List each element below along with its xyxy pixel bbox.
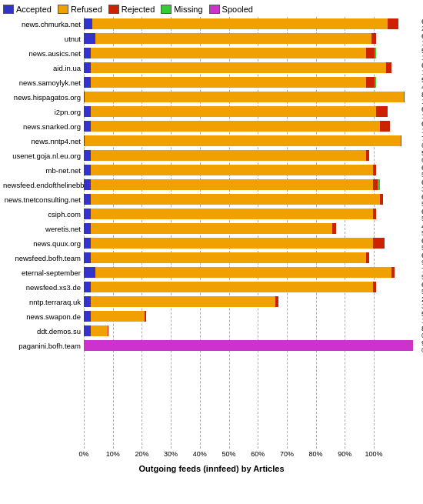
bar-track: 5460128 bbox=[84, 48, 420, 58]
bar-label: newsfeed.bofh.team bbox=[3, 254, 84, 262]
bar-row: news.snarked.org641314 bbox=[3, 119, 420, 133]
bar-segment-rejected bbox=[391, 267, 395, 278]
bar-row: news.nntp4.net79876 bbox=[3, 134, 420, 148]
bar-track: 890 bbox=[84, 325, 420, 336]
bar-label: paganini.bofh.team bbox=[3, 342, 84, 350]
bar-segment-rejected bbox=[366, 77, 375, 88]
bar-track: 91710 bbox=[84, 340, 420, 351]
bar-segment-rejected bbox=[386, 62, 391, 73]
bar-track: 6528100 bbox=[84, 62, 420, 73]
bar-row: news.samoylyk.net545842 bbox=[3, 75, 420, 89]
bar-segment-refused bbox=[91, 62, 387, 73]
legend: AcceptedRefusedRejectedMissingSpooled bbox=[3, 5, 420, 14]
bar-row: mb-net.net63425 bbox=[3, 163, 420, 177]
bar-row: news.chmurka.net63762860 bbox=[3, 17, 420, 31]
bar-segment-accepted bbox=[84, 150, 91, 161]
bar-segment-refused bbox=[91, 311, 145, 322]
bar-segment-accepted bbox=[84, 179, 91, 190]
bar-label: utnut bbox=[3, 35, 84, 43]
x-axis: 0%10%20%30%40%50%60%70%80%90%100% bbox=[84, 450, 374, 461]
chart-title: Outgoing feeds (innfeed) by Articles bbox=[3, 464, 420, 473]
bar-track: 804616 bbox=[84, 92, 420, 102]
x-label-1: 10% bbox=[106, 450, 120, 458]
bar-row: news.ausics.net5460128 bbox=[3, 46, 420, 60]
bar-label: news.samoylyk.net bbox=[3, 78, 84, 87]
bar-track: 63762860 bbox=[84, 18, 420, 29]
bar-segment-rejected bbox=[380, 194, 383, 205]
bar-label: newsfeed.endofthelinebbs.com bbox=[3, 181, 84, 189]
bar-segment-rejected bbox=[366, 252, 369, 263]
bar-segment-refused bbox=[95, 33, 371, 44]
bar-segment-rejected bbox=[108, 325, 108, 336]
legend-color-missing bbox=[161, 5, 172, 14]
bar-segment-refused bbox=[91, 150, 366, 161]
bar-segment-missing bbox=[378, 179, 379, 190]
bar-label: news.nntp4.net bbox=[3, 137, 84, 145]
bar-segment-rejected bbox=[373, 209, 376, 219]
legend-color-refused bbox=[58, 5, 68, 14]
bar-segment-accepted bbox=[84, 106, 91, 117]
bar-segment-accepted bbox=[84, 325, 91, 336]
bar-segment-refused bbox=[85, 135, 401, 146]
bar-track: 29113 bbox=[84, 296, 420, 307]
bar-segment-refused bbox=[92, 18, 388, 29]
bar-row: ddt.demos.su890 bbox=[3, 324, 420, 338]
x-label-10: 100% bbox=[365, 450, 382, 458]
bar-label: news.hispagatos.org bbox=[3, 93, 84, 102]
bar-segment-accepted bbox=[84, 77, 91, 88]
bar-segment-rejected bbox=[380, 121, 390, 132]
bar-segment-rejected bbox=[332, 223, 335, 234]
legend-item-accepted: Accepted bbox=[3, 5, 52, 14]
bar-label: ddt.demos.su bbox=[3, 327, 84, 335]
bar-segment-accepted bbox=[84, 223, 91, 234]
bar-row: i2pn.org633715 bbox=[3, 105, 420, 118]
bar-segment-rejected bbox=[366, 150, 369, 161]
bar-label: aid.in.ua bbox=[3, 64, 84, 72]
bar-segment-rejected bbox=[371, 33, 377, 44]
bar-row: usenet.goja.nl.eu.org59146 bbox=[3, 149, 420, 162]
x-label-5: 50% bbox=[221, 450, 235, 458]
bar-label: usenet.goja.nl.eu.org bbox=[3, 152, 84, 160]
bar-row: utnut65281086 bbox=[3, 32, 420, 45]
bar-track: 641314 bbox=[84, 121, 420, 132]
bar-segment-refused bbox=[91, 223, 333, 234]
bar-segment-accepted bbox=[84, 282, 91, 292]
bar-label: news.ausics.net bbox=[3, 49, 84, 58]
x-label-2: 20% bbox=[135, 450, 148, 458]
bar-segment-accepted bbox=[84, 33, 95, 44]
bar-segment-refused bbox=[91, 48, 366, 58]
bar-row: csiph.com65125 bbox=[3, 207, 420, 221]
x-label-3: 30% bbox=[164, 450, 178, 458]
bar-segment-rejected bbox=[145, 311, 146, 322]
bar-row: aid.in.ua6528100 bbox=[3, 61, 420, 75]
bar-segment-rejected bbox=[366, 48, 375, 58]
bar-segment-spooled bbox=[84, 340, 413, 351]
bar-row: nntp.terraraq.uk29113 bbox=[3, 295, 420, 309]
chart-container: AcceptedRefusedRejectedMissingSpooled ne… bbox=[0, 0, 423, 504]
bar-label: news.swapon.de bbox=[3, 312, 84, 321]
bar-label: nntp.terraraq.uk bbox=[3, 298, 84, 306]
bar-label: i2pn.org bbox=[3, 108, 84, 116]
bar-label: eternal-september bbox=[3, 269, 84, 277]
bar-segment-accepted bbox=[84, 48, 91, 58]
bar-track: 79876 bbox=[84, 135, 420, 146]
legend-item-refused: Refused bbox=[58, 5, 102, 14]
bar-label: csiph.com bbox=[3, 210, 84, 219]
bar-segment-accepted bbox=[84, 62, 91, 73]
bar-label: news.chmurka.net bbox=[3, 20, 84, 28]
x-label-9: 90% bbox=[338, 450, 351, 458]
bar-segment-refused bbox=[91, 282, 373, 292]
legend-label-refused: Refused bbox=[71, 5, 102, 14]
bar-segment-rejected bbox=[275, 296, 278, 307]
bar-track: 65125 bbox=[84, 209, 420, 219]
bars-section: news.chmurka.net63762860utnut65281086new… bbox=[3, 17, 420, 449]
bar-segment-accepted bbox=[84, 194, 91, 205]
bar-track: 42445 bbox=[84, 223, 420, 234]
bar-segment-refused bbox=[91, 179, 373, 190]
legend-item-missing: Missing bbox=[161, 5, 202, 14]
bar-segment-accepted bbox=[84, 18, 92, 29]
bar-row: newsfeed.bofh.team62929 bbox=[3, 251, 420, 265]
x-label-4: 40% bbox=[193, 450, 207, 458]
bar-row: paganini.bofh.team91710 bbox=[3, 339, 420, 352]
x-label-7: 70% bbox=[280, 450, 294, 458]
